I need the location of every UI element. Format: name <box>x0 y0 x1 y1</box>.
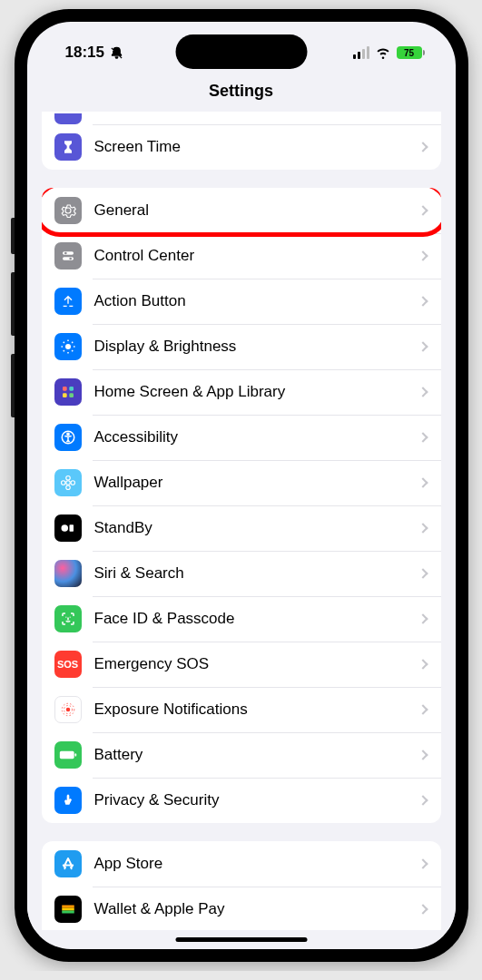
settings-row-general[interactable]: General <box>42 188 441 233</box>
cellular-signal-icon <box>353 46 369 59</box>
accessibility-icon <box>54 424 82 451</box>
status-right: 75 <box>353 46 425 59</box>
settings-row-wallet[interactable]: Wallet & Apple Pay <box>42 887 441 930</box>
chevron-right-icon <box>418 387 428 397</box>
svg-rect-25 <box>62 911 74 914</box>
settings-row-face-id[interactable]: Face ID & Passcode <box>42 596 441 642</box>
svg-rect-17 <box>69 524 74 532</box>
flower-icon <box>54 469 82 496</box>
svg-rect-6 <box>69 387 74 391</box>
header: Settings <box>27 73 456 112</box>
chevron-right-icon <box>418 250 428 260</box>
chevron-right-icon <box>418 613 428 623</box>
settings-row-emergency-sos[interactable]: SOS Emergency SOS <box>42 642 441 687</box>
svg-rect-23 <box>62 906 74 908</box>
wifi-icon <box>375 46 391 59</box>
settings-row-control-center[interactable]: Control Center <box>42 233 441 279</box>
settings-group-1: General Control Center Action Button Dis… <box>42 188 441 823</box>
settings-row-action-button[interactable]: Action Button <box>42 279 441 324</box>
svg-rect-7 <box>63 393 67 397</box>
settings-row-siri-search[interactable]: Siri & Search <box>42 551 441 596</box>
svg-rect-8 <box>69 393 74 397</box>
row-label: Exposure Notifications <box>94 701 407 719</box>
svg-point-13 <box>65 485 70 490</box>
settings-group-0: Screen Time <box>42 112 441 170</box>
row-label: Face ID & Passcode <box>94 610 407 628</box>
screen: 18:15 75 Settings <box>27 22 456 949</box>
settings-group-2: App Store Wallet & Apple Pay <box>42 841 441 930</box>
home-indicator[interactable] <box>175 937 307 942</box>
row-label: Emergency SOS <box>94 655 407 673</box>
svg-point-15 <box>71 481 75 485</box>
svg-point-3 <box>69 258 72 260</box>
gear-icon <box>54 197 82 224</box>
battery-icon: 75 <box>397 46 425 59</box>
svg-rect-0 <box>63 251 74 254</box>
svg-point-10 <box>66 433 68 435</box>
settings-row-exposure[interactable]: Exposure Notifications <box>42 687 441 732</box>
row-label: Accessibility <box>94 428 407 446</box>
row-label: Privacy & Security <box>94 791 407 809</box>
chevron-right-icon <box>418 205 428 215</box>
phone-frame: 18:15 75 Settings <box>15 9 468 962</box>
row-label: StandBy <box>94 519 407 537</box>
chevron-right-icon <box>418 704 428 714</box>
chevron-right-icon <box>418 296 428 306</box>
status-time: 18:15 <box>65 44 104 62</box>
svg-point-14 <box>61 481 65 485</box>
settings-row-home-screen[interactable]: Home Screen & App Library <box>42 369 441 415</box>
svg-point-12 <box>65 476 70 481</box>
settings-row-accessibility[interactable]: Accessibility <box>42 415 441 460</box>
row-label: Wallet & Apple Pay <box>94 900 407 918</box>
toggles-icon <box>54 242 82 270</box>
row-label: Control Center <box>94 247 407 265</box>
status-left: 18:15 <box>65 44 123 62</box>
chevron-right-icon <box>418 858 428 868</box>
settings-row-wallpaper[interactable]: Wallpaper <box>42 460 441 505</box>
chevron-right-icon <box>418 341 428 351</box>
sun-icon <box>54 333 82 360</box>
settings-row-partial[interactable] <box>42 112 441 124</box>
row-label: Siri & Search <box>94 564 407 583</box>
row-label: Battery <box>94 746 407 764</box>
exposure-icon <box>54 696 82 723</box>
row-label: App Store <box>94 855 407 873</box>
svg-point-2 <box>64 252 67 255</box>
standby-icon <box>54 514 82 542</box>
chevron-right-icon <box>418 659 428 669</box>
chevron-right-icon <box>418 523 428 533</box>
action-button-icon <box>54 288 82 315</box>
siri-icon <box>54 560 82 587</box>
chevron-right-icon <box>418 795 428 805</box>
settings-row-display-brightness[interactable]: Display & Brightness <box>42 324 441 369</box>
settings-row-standby[interactable]: StandBy <box>42 505 441 551</box>
svg-rect-1 <box>63 257 74 260</box>
settings-row-battery[interactable]: Battery <box>42 732 441 778</box>
battery-icon-setting <box>54 741 82 769</box>
settings-row-privacy[interactable]: Privacy & Security <box>42 778 441 823</box>
chevron-right-icon <box>418 432 428 442</box>
svg-point-11 <box>65 481 70 485</box>
row-label: Home Screen & App Library <box>94 383 407 401</box>
svg-rect-5 <box>63 387 67 391</box>
row-label: Wallpaper <box>94 474 407 492</box>
settings-row-app-store[interactable]: App Store <box>42 841 441 887</box>
settings-content[interactable]: Screen Time General Control Center <box>27 112 456 930</box>
chevron-right-icon <box>418 477 428 487</box>
dynamic-island <box>175 34 307 69</box>
row-label: Action Button <box>94 292 407 310</box>
svg-point-16 <box>61 524 68 532</box>
wallet-icon <box>54 896 82 923</box>
row-label: Display & Brightness <box>94 338 407 356</box>
silent-icon <box>110 46 123 60</box>
sos-icon: SOS <box>54 651 82 678</box>
settings-row-screen-time[interactable]: Screen Time <box>42 124 441 170</box>
svg-rect-22 <box>74 753 76 756</box>
svg-point-18 <box>65 708 70 712</box>
row-label: General <box>94 201 407 220</box>
chevron-right-icon <box>418 904 428 914</box>
page-title: Settings <box>27 82 456 101</box>
chevron-right-icon <box>418 750 428 760</box>
svg-rect-21 <box>59 751 74 759</box>
app-store-icon <box>54 850 82 877</box>
